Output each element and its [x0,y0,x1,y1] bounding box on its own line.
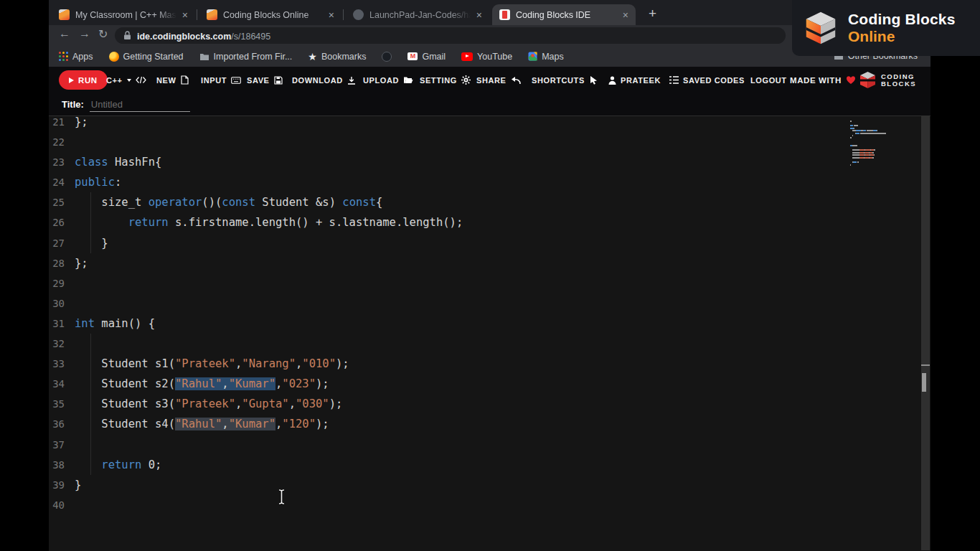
close-icon[interactable]: × [182,10,188,20]
shortcuts-label: SHORTCUTS [532,76,585,85]
line-number: 33 [49,354,75,374]
close-icon[interactable]: × [476,10,482,20]
tab-coding-blocks-online[interactable]: Coding Blocks Online × [199,4,341,25]
chevron-down-icon [127,79,131,82]
code-line-25[interactable]: 25 size_t operator()(const Student &s) c… [49,192,930,212]
minimap[interactable] [850,120,892,169]
browser-window: My Classroom | C++ Master C × Coding Blo… [49,0,930,551]
code-line-23[interactable]: 23class HashFn{ [49,152,930,172]
code-line-22[interactable]: 22 [49,132,930,152]
tab-coding-blocks-ide[interactable]: Coding Blocks IDE × [492,4,636,25]
maps-pin-icon [528,52,537,61]
back-icon[interactable]: ← [59,27,70,40]
code-text: }; [75,253,930,273]
setting-label: SETTING [420,76,457,85]
bookmark-imported-folder[interactable]: Imported From Fir... [199,52,293,62]
code-text [75,293,930,314]
bookmark-getting-started[interactable]: Getting Started [109,52,184,62]
setting-button[interactable]: SETTING [420,67,471,93]
close-icon[interactable]: × [623,10,628,20]
code-editor[interactable]: 21};2223class HashFn{24public:25 size_t … [49,116,930,550]
tab-title: My Classroom | C++ Master C [75,10,176,20]
ide-favicon [499,9,510,20]
ide-toolbar: RUN C++ NEW INPUT SAVE DOWNLOAD UPLOAD [49,67,930,93]
shortcuts-button[interactable]: SHORTCUTS [532,67,598,93]
save-label: SAVE [247,76,270,85]
bookmark-label: Gmail [422,52,446,62]
code-line-30[interactable]: 30 [49,293,930,314]
code-text: } [75,475,930,495]
code-line-37[interactable]: 37 [49,435,930,455]
language-selector[interactable]: C++ [106,67,146,93]
code-line-34[interactable]: 34 Student s2("Rahul","Kumar","023"); [49,374,930,394]
bookmark-bookmarks[interactable]: ★ Bookmarks [308,52,366,62]
line-number: 30 [49,293,75,314]
tab-my-classroom[interactable]: My Classroom | C++ Master C × [52,4,195,25]
code-text: Student s1("Prateek","Narang","010"); [75,354,930,374]
star-icon: ★ [308,52,317,62]
code-line-36[interactable]: 36 Student s4("Rahul","Kumar","120"); [49,414,930,434]
line-number: 22 [49,132,75,152]
tab-title: Coding Blocks IDE [516,10,617,20]
coding-blocks-favicon [207,9,217,20]
download-button[interactable]: DOWNLOAD [292,67,356,93]
code-line-27[interactable]: 27 } [49,233,930,253]
person-icon [608,76,616,85]
code-line-31[interactable]: 31int main() { [49,314,930,334]
code-line-35[interactable]: 35 Student s3("Prateek","Gupta","030"); [49,394,930,414]
reload-icon[interactable]: ↻ [98,27,108,41]
code-text [75,495,930,515]
code-text: Student s3("Prateek","Gupta","030"); [75,394,930,414]
bookmark-apps[interactable]: Apps [59,52,93,62]
bookmark-gmail[interactable]: M Gmail [407,52,446,62]
logout-button[interactable]: LOGOUT [750,67,787,93]
code-line-28[interactable]: 28}; [49,253,930,273]
bookmark-label: Bookmarks [321,52,367,62]
address-bar[interactable]: ide.codingblocks.com/s/186495 [115,27,786,44]
code-line-38[interactable]: 38 return 0; [49,455,930,475]
new-button[interactable]: NEW [156,67,189,93]
code-text [75,334,930,354]
share-button[interactable]: SHARE [476,67,521,93]
line-number: 37 [49,435,75,455]
line-number: 38 [49,455,75,475]
bookmark-maps[interactable]: Maps [528,52,564,62]
tab-separator [197,9,197,20]
github-icon [382,52,392,62]
lock-icon [123,31,131,40]
code-line-21[interactable]: 21}; [49,116,930,132]
username-label: PRATEEK [621,76,661,85]
close-icon[interactable]: × [329,10,334,20]
line-number: 21 [49,116,75,132]
code-line-26[interactable]: 26 return s.firstname.length() + s.lastn… [49,212,930,232]
user-menu[interactable]: PRATEEK [608,67,661,93]
line-number: 28 [49,253,75,273]
bookmark-github[interactable] [382,52,392,62]
saved-codes-button[interactable]: SAVED CODES [669,67,745,93]
made-with-label: MADE WITH [790,76,842,85]
upload-button[interactable]: UPLOAD [363,67,413,93]
upload-label: UPLOAD [363,76,399,85]
save-button[interactable]: SAVE [247,67,283,93]
code-text: return s.firstname.length() + s.lastname… [75,212,930,232]
forward-icon[interactable]: → [79,27,90,40]
scrollbar-thumb[interactable] [922,373,926,392]
brand-line2: BLOCKS [881,80,916,88]
coding-blocks-favicon [59,9,70,20]
new-tab-button[interactable]: + [649,6,656,22]
folder-icon [199,52,209,61]
code-line-24[interactable]: 24public: [49,172,930,192]
tab-launchpad[interactable]: LaunchPad-Jan-Codes/hashta × [346,4,489,25]
code-line-40[interactable]: 40 [49,495,930,515]
scrollbar-track[interactable] [921,116,930,550]
run-button[interactable]: RUN [59,70,108,90]
code-line-33[interactable]: 33 Student s1("Prateek","Narang","010"); [49,354,930,374]
code-text: public: [75,172,930,192]
title-input[interactable] [90,98,190,112]
code-line-39[interactable]: 39} [49,475,930,495]
code-line-29[interactable]: 29 [49,273,930,293]
code-line-32[interactable]: 32 [49,334,930,354]
bookmark-youtube[interactable]: YouTube [461,52,512,62]
cursor-pointer-icon [589,75,598,85]
input-button[interactable]: INPUT [201,67,241,93]
